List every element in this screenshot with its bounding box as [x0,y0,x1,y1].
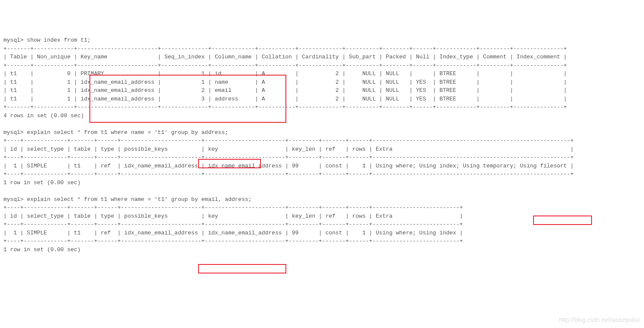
show-index-row-primary: | t1 | 0 | PRIMARY | 1 | id | A | 2 | NU… [3,70,567,77]
sql-command-explain-1: explain select * from t1 where name = 't… [27,129,228,136]
sql-prompt-2: mysql> [3,129,27,136]
table-separator: +----+-------------+-------+------+-----… [3,204,463,211]
sql-command-show-index: show index from t1; [27,37,91,43]
table-separator: +----+-------------+-------+------+-----… [3,171,573,177]
explain2-result: 1 row in set (0.00 sec) [3,246,80,253]
show-index-row-name: | t1 | 1 | idx_name_email_address | 1 | … [3,79,567,85]
table-separator: +----+-------------+-------+------+-----… [3,154,573,161]
group-by-email-address-box [198,264,286,273]
sql-prompt-3: mysql> [3,196,27,203]
show-index-row-email: | t1 | 1 | idx_name_email_address | 2 | … [3,87,567,94]
table-separator: +----+-------------+-------+------+-----… [3,137,573,144]
explain1-result: 1 row in set (0.00 sec) [3,179,80,186]
show-index-row-address: | t1 | 1 | idx_name_email_address | 3 | … [3,96,567,102]
watermark-text: http://blog.csdn.net/wuseyukui [559,316,640,325]
show-index-header: | Table | Non_unique | Key_name | Seq_in… [3,54,567,60]
show-index-result: 4 rows in set (0.00 sec) [3,112,84,119]
using-temporary-box [533,216,592,225]
explain2-row: | 1 | SIMPLE | t1 | ref | idx_name_email… [3,230,463,236]
table-separator: +-------+------------+------------------… [3,46,567,52]
sql-prompt-1: mysql> [3,37,27,43]
table-separator: +----+-------------+-------+------+-----… [3,238,463,244]
sql-command-explain-2: explain select * from t1 where name = 't… [27,196,252,203]
table-separator: +-------+------------+------------------… [3,104,567,110]
explain1-row: | 1 | SIMPLE | t1 | ref | idx_name_email… [3,163,573,169]
explain1-header: | id | select_type | table | type | poss… [3,146,573,152]
explain2-header: | id | select_type | table | type | poss… [3,213,463,219]
table-separator: +----+-------------+-------+------+-----… [3,221,463,228]
table-separator: +-------+------------+------------------… [3,62,567,69]
